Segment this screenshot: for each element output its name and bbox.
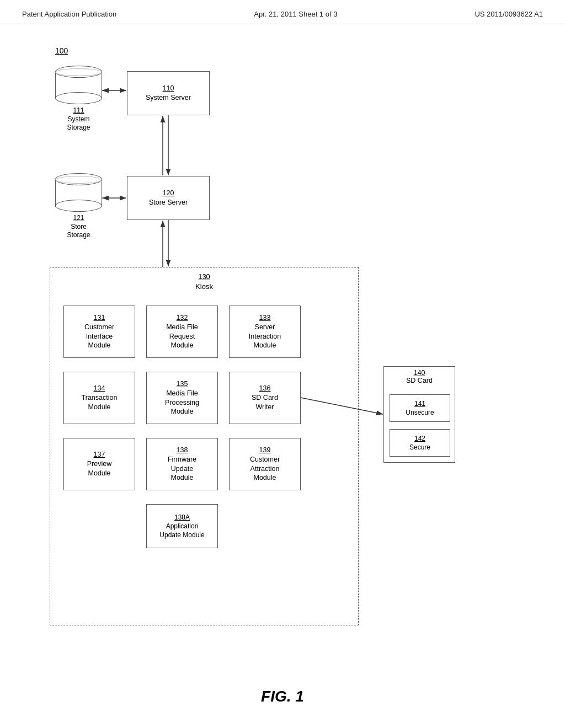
sd-unsecure-box: 141 Unsecure [390,394,450,422]
page-header: Patent Application Publication Apr. 21, … [0,0,565,24]
module-134: 134 TransactionModule [63,372,135,424]
module-131: 131 CustomerInterfaceModule [63,306,135,358]
sd-card-ref: 140 [414,369,425,377]
system-server-box: 110 System Server [127,71,210,115]
store-storage-label: 121 Store Storage [67,214,90,240]
module-133: 133 ServerInteractionModule [229,306,301,358]
module-139: 139 CustomerAttractionModule [229,438,301,490]
sd-card-container: 140 SD Card 141 Unsecure 142 Secure [383,366,455,463]
header-right: US 2011/0093622 A1 [475,10,543,18]
store-server-box: 120 Store Server [127,176,210,220]
diagram-area: 100 111 System Storage 110 System Server [0,24,565,714]
module-132: 132 Media FileRequestModule [146,306,218,358]
kiosk-label: Kiosk [195,282,213,291]
fig-label: FIG. 1 [261,688,304,705]
kiosk-ref: 130 [198,272,210,281]
sd-card-label: SD Card [406,377,433,384]
module-136: 136 SD CardWriter [229,372,301,424]
sd-secure-box: 142 Secure [390,429,450,457]
module-135: 135 Media FileProcessingModule [146,372,218,424]
module-138a: 138A ApplicationUpdate Module [146,504,218,548]
module-137: 137 PreviewModule [63,438,135,490]
module-138: 138 FirmwareUpdateModule [146,438,218,490]
system-storage-label: 111 System Storage [67,106,90,132]
store-storage-cylinder: 121 Store Storage [55,173,102,240]
label-100: 100 [55,46,68,55]
header-center: Apr. 21, 2011 Sheet 1 of 3 [254,10,337,18]
system-storage-cylinder: 111 System Storage [55,66,102,132]
header-left: Patent Application Publication [22,10,116,18]
